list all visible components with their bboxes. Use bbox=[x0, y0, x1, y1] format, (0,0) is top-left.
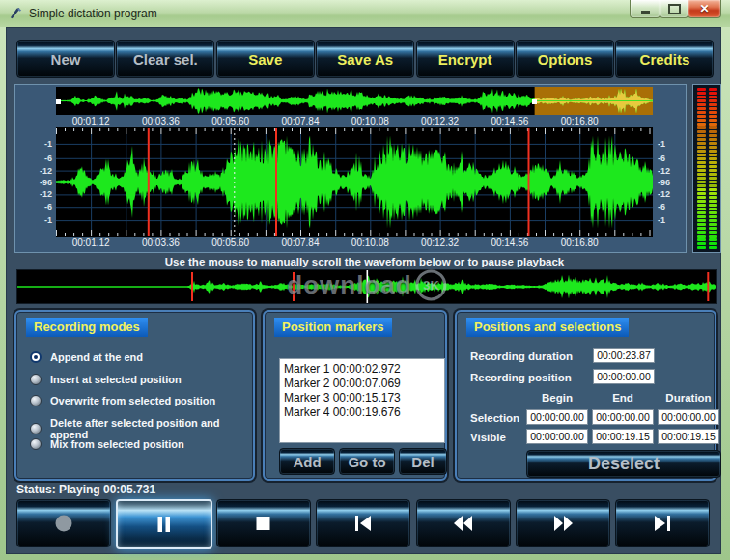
fast-forward-button[interactable] bbox=[516, 499, 610, 547]
radio-icon[interactable] bbox=[30, 423, 42, 434]
toolbar-button-encrypt[interactable]: Encrypt bbox=[416, 40, 515, 78]
marker-list-item[interactable]: Marker 4 00:00:19.676 bbox=[284, 406, 444, 420]
radio-icon[interactable] bbox=[30, 438, 42, 450]
marker-list[interactable]: Marker 1 00:00:02.972Marker 2 00:00:07.0… bbox=[279, 358, 445, 443]
meter-segment bbox=[709, 204, 717, 207]
time-label: 00:01.12 bbox=[72, 238, 110, 248]
recording-mode-append-at-the-end[interactable]: Append at the end bbox=[30, 351, 143, 363]
toolbar-button-options[interactable]: Options bbox=[516, 40, 614, 78]
time-label: 00:10.08 bbox=[351, 116, 389, 126]
overview-left-handle[interactable] bbox=[56, 99, 61, 104]
rewind-icon bbox=[451, 514, 476, 533]
recording-mode-insert-at-selected-position[interactable]: Insert at selected position bbox=[30, 374, 182, 385]
meter-segment bbox=[709, 235, 717, 238]
time-label: 00:10.08 bbox=[351, 238, 389, 248]
meter-segment bbox=[709, 119, 717, 122]
meter-segment bbox=[697, 238, 706, 241]
time-ruler-top: 00:01.1200:03.3600:05.6000:07.8400:10.08… bbox=[56, 115, 653, 127]
selection-begin-field[interactable]: 00:00:00.00 bbox=[526, 409, 588, 425]
stop-button[interactable] bbox=[216, 499, 311, 547]
meter-segment bbox=[697, 223, 706, 226]
recording-modes-panel: Recording modes Append at the endInsert … bbox=[14, 310, 255, 481]
radio-label: Overwrite from selected position bbox=[50, 395, 215, 406]
maximize-button[interactable] bbox=[660, 0, 688, 18]
meter-segment bbox=[709, 188, 717, 191]
marker-list-item[interactable]: Marker 3 00:00:15.173 bbox=[284, 391, 444, 406]
recording-position-field[interactable]: 00:00:00.00 bbox=[593, 369, 655, 384]
col-header-end: End bbox=[612, 392, 633, 404]
goto-marker-button[interactable]: Go to bbox=[339, 448, 395, 475]
col-header-begin: Begin bbox=[542, 392, 573, 404]
selection-end-field[interactable]: 00:00:00.00 bbox=[592, 409, 654, 425]
meter-segment bbox=[709, 227, 717, 230]
visible-begin-field[interactable]: 00:00:00.00 bbox=[526, 429, 588, 444]
overview-right-handle[interactable] bbox=[532, 99, 537, 104]
deselect-button[interactable]: Deselect bbox=[526, 450, 721, 478]
meter-segment bbox=[709, 103, 717, 106]
meter-segment bbox=[709, 115, 717, 118]
recording-duration-label: Recording duration bbox=[470, 350, 573, 362]
meter-segment bbox=[709, 138, 717, 141]
meter-segment bbox=[697, 123, 706, 126]
status-text: Status: Playing 00:05.731 bbox=[16, 483, 155, 496]
toolbar-button-save[interactable]: Save bbox=[216, 40, 315, 78]
meter-segment bbox=[697, 196, 706, 199]
meter-segment bbox=[697, 192, 706, 195]
meter-segment bbox=[697, 103, 706, 106]
selection-row-label: Selection bbox=[470, 412, 519, 424]
record-button[interactable] bbox=[16, 499, 111, 547]
time-label: 00:01.12 bbox=[72, 116, 110, 126]
radio-icon[interactable] bbox=[30, 395, 42, 406]
radio-icon[interactable] bbox=[30, 374, 42, 385]
skip-end-button[interactable] bbox=[615, 499, 710, 547]
meter-segment bbox=[697, 181, 706, 183]
meter-segment bbox=[709, 173, 717, 176]
recording-duration-field[interactable]: 00:00:23.87 bbox=[593, 348, 655, 363]
db-label: -6 bbox=[658, 154, 683, 163]
rewind-button[interactable] bbox=[416, 499, 511, 547]
pause-button[interactable] bbox=[116, 499, 212, 549]
radio-icon[interactable] bbox=[30, 351, 42, 363]
visible-duration-field[interactable]: 00:00:19.15 bbox=[658, 429, 719, 444]
scroll-waveform[interactable]: download 3K bbox=[16, 269, 717, 304]
meter-segment bbox=[709, 215, 717, 218]
db-label: -12 bbox=[658, 189, 683, 199]
time-label: 00:07.84 bbox=[282, 116, 320, 126]
toolbar-button-save-as[interactable]: Save As bbox=[316, 40, 414, 78]
meter-segment bbox=[697, 96, 706, 98]
close-button[interactable]: ✕ bbox=[688, 0, 721, 18]
toolbar-button-new[interactable]: New bbox=[16, 40, 115, 78]
overview-waveform[interactable] bbox=[56, 87, 653, 115]
minimize-button[interactable] bbox=[630, 0, 660, 18]
meter-segment bbox=[709, 208, 717, 210]
recording-mode-overwrite-from-selected-position[interactable]: Overwrite from selected position bbox=[30, 395, 215, 406]
delete-marker-button[interactable]: Del bbox=[399, 448, 447, 475]
selection-duration-field[interactable]: 00:00:00.00 bbox=[658, 409, 719, 425]
meter-segment bbox=[709, 169, 717, 172]
meter-segment bbox=[697, 204, 706, 207]
main-waveform[interactable] bbox=[56, 127, 653, 237]
time-ruler-bottom: 00:01.1200:03.3600:05.6000:07.8400:10.08… bbox=[56, 237, 653, 249]
toolbar-button-credits[interactable]: Credits bbox=[615, 40, 714, 78]
marker-list-item[interactable]: Marker 2 00:00:07.069 bbox=[284, 377, 444, 391]
time-label: 00:05.60 bbox=[211, 238, 249, 248]
level-meter-left-column bbox=[697, 88, 706, 252]
visible-end-field[interactable]: 00:00:19.15 bbox=[592, 429, 654, 444]
radio-label: Delete after selected position and appen… bbox=[50, 417, 253, 440]
add-marker-button[interactable]: Add bbox=[279, 448, 335, 475]
time-label: 00:16.80 bbox=[561, 238, 599, 248]
toolbar-button-clear-sel[interactable]: Clear sel. bbox=[116, 40, 214, 78]
db-label: -12 bbox=[658, 166, 683, 176]
meter-segment bbox=[697, 107, 706, 110]
recording-mode-mix-from-selected-position[interactable]: Mix from selected position bbox=[30, 438, 184, 450]
db-label: -12 bbox=[17, 189, 52, 199]
meter-segment bbox=[709, 161, 717, 164]
meter-segment bbox=[709, 196, 717, 199]
meter-segment bbox=[709, 231, 717, 234]
meter-segment bbox=[697, 92, 706, 95]
title-bar: Simple dictation program ✕ bbox=[0, 0, 730, 27]
recording-mode-delete-after-selected-position-and-append[interactable]: Delete after selected position and appen… bbox=[30, 417, 253, 440]
time-label: 00:16.80 bbox=[561, 116, 599, 126]
skip-start-button[interactable] bbox=[316, 499, 410, 547]
marker-list-item[interactable]: Marker 1 00:00:02.972 bbox=[284, 362, 444, 377]
